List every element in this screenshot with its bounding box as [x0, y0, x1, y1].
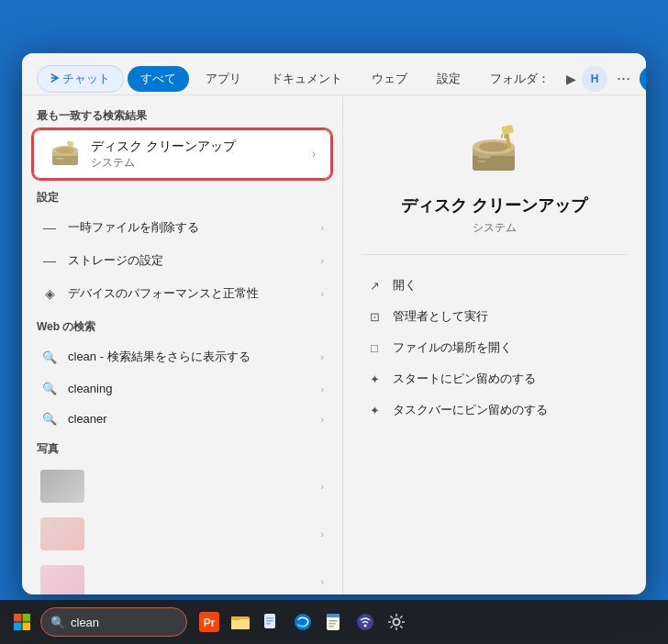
tab-folders[interactable]: フォルダ：	[477, 66, 562, 92]
tab-documents-label: ドキュメント	[271, 72, 342, 85]
temp-files-icon: —	[40, 220, 59, 235]
svg-rect-26	[231, 616, 239, 620]
web-item-arrow-2: ›	[320, 383, 324, 394]
svg-rect-28	[266, 617, 273, 619]
disk-cleanup-icon	[49, 138, 82, 171]
svg-rect-25	[231, 619, 250, 629]
web-item-cleaning[interactable]: 🔍 cleaning ›	[33, 373, 331, 404]
photo-thumb-3	[40, 565, 84, 594]
photo-arrow-2: ›	[320, 528, 324, 539]
network-icon	[355, 612, 375, 632]
play-icon[interactable]: ▶	[566, 72, 576, 86]
start-button[interactable]	[7, 607, 37, 637]
action-open-label: 開く	[393, 277, 417, 294]
taskbar-icon-adobe[interactable]: Pr	[195, 607, 224, 637]
tab-chat-label: チャット	[62, 71, 110, 87]
web-item-cleaner[interactable]: 🔍 cleaner ›	[33, 404, 331, 434]
action-pin-taskbar[interactable]: ✦ タスクバーにピン留めのする	[362, 394, 628, 426]
svg-rect-16	[478, 156, 491, 159]
settings-item-performance[interactable]: ◈ デバイスのパフォーマンスと正常性 ›	[33, 277, 331, 310]
svg-rect-21	[23, 623, 31, 631]
tab-documents[interactable]: ドキュメント	[258, 66, 355, 92]
tab-chat[interactable]: ᗒ チャット	[37, 65, 124, 93]
top-result-text: ディスク クリーンアップ システム	[91, 139, 303, 171]
web-item-arrow-1: ›	[320, 351, 324, 362]
settings-item-temp-files[interactable]: — 一時ファイルを削除する ›	[33, 211, 331, 244]
action-run-as-admin-label: 管理者として実行	[393, 308, 488, 325]
svg-line-13	[501, 134, 504, 138]
photo-thumb-2	[40, 517, 84, 550]
taskbar-search-bar[interactable]: 🔍	[40, 607, 187, 637]
search-icon-2: 🔍	[40, 382, 59, 395]
photos-list: › › ›	[22, 462, 342, 594]
top-result-subtitle: システム	[91, 155, 303, 171]
storage-icon: —	[40, 253, 59, 268]
action-open-location-label: ファイルの場所を開く	[393, 339, 512, 356]
tab-all-label: すべて	[140, 72, 176, 85]
action-pin-taskbar-label: タスクバーにピン留めのする	[393, 402, 548, 418]
action-open-location[interactable]: □ ファイルの場所を開く	[362, 332, 628, 363]
taskbar-icon-network[interactable]	[351, 607, 380, 637]
photo-arrow-1: ›	[320, 481, 324, 492]
svg-rect-29	[266, 620, 273, 622]
top-result-arrow: ›	[312, 148, 316, 161]
tab-apps-label: アプリ	[206, 72, 241, 85]
top-result-title: ディスク クリーンアップ	[91, 139, 303, 155]
search-icon-3: 🔍	[40, 412, 59, 426]
svg-text:Pr: Pr	[204, 616, 216, 629]
photo-thumb-1	[40, 470, 84, 503]
action-pin-start[interactable]: ✦ スタートにピン留めのする	[362, 363, 628, 394]
web-item-clean[interactable]: 🔍 clean - 検索結果をさらに表示する ›	[33, 340, 331, 373]
taskbar-search-input[interactable]	[71, 616, 144, 629]
settings-item-storage-label: ストレージの設定	[68, 252, 311, 269]
svg-rect-18	[14, 614, 22, 622]
svg-rect-17	[478, 161, 485, 162]
action-open[interactable]: ↗ 開く	[362, 270, 628, 301]
settings-item-performance-label: デバイスのパフォーマンスと正常性	[68, 285, 311, 302]
settings-item-storage[interactable]: — ストレージの設定 ›	[33, 244, 331, 277]
search-icon-1: 🔍	[40, 350, 59, 364]
pin-taskbar-icon: ✦	[365, 404, 384, 417]
svg-rect-33	[327, 614, 340, 617]
svg-rect-30	[266, 623, 271, 625]
pin-start-icon: ✦	[365, 372, 384, 386]
taskbar-icon-notepad[interactable]	[319, 607, 349, 637]
tab-apps[interactable]: アプリ	[193, 66, 254, 92]
tab-all[interactable]: すべて	[128, 66, 189, 92]
photo-item-2[interactable]: ›	[33, 510, 331, 558]
more-options-icon[interactable]: ···	[613, 69, 634, 88]
photo-item-3[interactable]: ›	[33, 558, 331, 594]
tab-web[interactable]: ウェブ	[359, 66, 420, 92]
taskbar-icon-settings[interactable]	[382, 607, 411, 637]
folder-icon: □	[365, 341, 384, 355]
user-avatar[interactable]: H	[582, 66, 607, 92]
right-panel: ディスク クリーンアップ システム ↗ 開く ⊡ 管理者として実行 □ ファイル…	[343, 95, 646, 594]
photo-item-1[interactable]: ›	[33, 462, 331, 510]
edge-icon	[293, 612, 313, 632]
taskbar-icon-files[interactable]	[257, 607, 286, 637]
bing-icon[interactable]: b	[640, 66, 646, 92]
content-area: 最も一致する検索結果	[22, 95, 646, 594]
web-list: 🔍 clean - 検索結果をさらに表示する › 🔍 cleaning › 🔍 …	[22, 340, 342, 434]
top-result-item[interactable]: ディスク クリーンアップ システム ›	[33, 129, 331, 179]
tab-web-label: ウェブ	[372, 72, 407, 85]
web-section-label: Web の検索	[22, 319, 342, 340]
tab-settings[interactable]: 設定	[424, 66, 473, 92]
action-pin-start-label: スタートにピン留めのする	[393, 371, 536, 387]
taskbar-icon-edge[interactable]	[288, 607, 317, 637]
windows-logo-icon	[13, 613, 31, 631]
taskbar-search-icon: 🔍	[50, 616, 65, 629]
svg-point-38	[364, 625, 367, 627]
tab-folders-label: フォルダ：	[490, 72, 550, 85]
taskbar-icon-explorer[interactable]	[226, 607, 255, 637]
tabs-more: ▶ H ··· b	[566, 66, 646, 92]
settings-item-temp-files-label: 一時ファイルを削除する	[68, 219, 311, 236]
photos-section-label: 写真	[22, 441, 342, 462]
svg-rect-34	[328, 620, 338, 622]
action-run-as-admin[interactable]: ⊡ 管理者として実行	[362, 301, 628, 332]
open-icon: ↗	[365, 279, 384, 293]
web-item-cleaner-label: cleaner	[68, 412, 311, 426]
detail-divider	[362, 254, 628, 255]
svg-point-39	[394, 619, 400, 626]
detail-icon-wrapper	[362, 117, 628, 183]
